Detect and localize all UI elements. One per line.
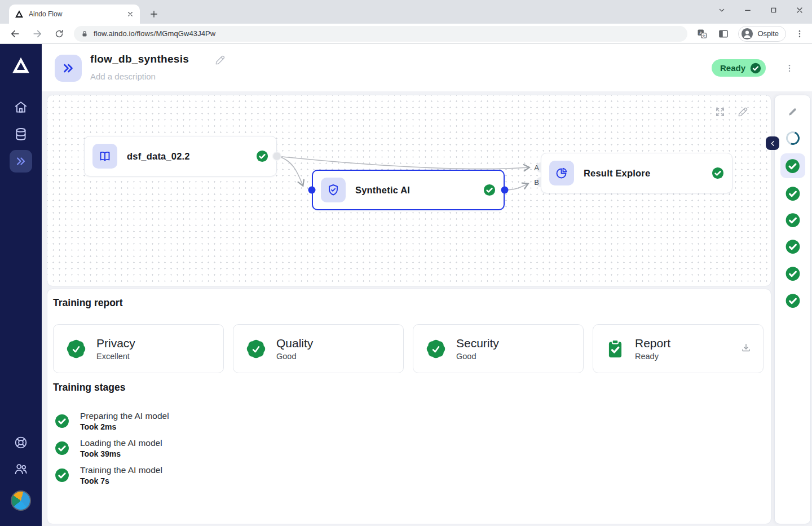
browser-window: Aindo Flow flow.aindo.io/flows/MGmqGw43J… [0, 0, 812, 526]
collapse-panel-button[interactable] [766, 136, 779, 150]
steps-rail [774, 95, 811, 524]
stage-row: Preparing the AI modelTook 2ms [55, 410, 169, 432]
stage-row: Loading the AI modelTook 39ms [55, 437, 169, 459]
side-panel-icon [718, 28, 729, 39]
window-menu-icon[interactable] [717, 6, 726, 15]
stage-label: Training the AI model [80, 465, 162, 475]
double-chevron-right-icon [61, 61, 75, 75]
rail-step-5[interactable] [785, 266, 800, 284]
input-port-b-label: B [534, 178, 539, 187]
profile-name: Ospite [757, 29, 779, 38]
flow-menu-button[interactable] [783, 61, 796, 76]
home-icon [14, 100, 28, 114]
plus-icon [149, 9, 159, 19]
back-button[interactable] [8, 27, 22, 41]
translate-button[interactable]: A文 [695, 27, 709, 41]
kebab-menu-icon [784, 63, 795, 73]
node-icon-box [321, 178, 346, 202]
flow-canvas[interactable]: dsf_data_02.2 Synthetic AI Result Explor… [47, 95, 771, 286]
status-badge: Ready [712, 59, 766, 77]
node-synthetic-ai[interactable]: Synthetic AI [312, 170, 505, 210]
window-minimize-icon[interactable] [743, 6, 752, 15]
app-logo [0, 56, 42, 75]
badge-check-icon [65, 338, 87, 360]
lifebuoy-icon [14, 435, 28, 450]
double-chevron-right-icon [15, 155, 27, 167]
report-card-report[interactable]: ReportReady [593, 324, 764, 373]
browser-menu-button[interactable] [793, 27, 806, 41]
input-port-b[interactable] [536, 177, 541, 187]
pencil-icon [214, 55, 226, 66]
tab-close-icon[interactable] [126, 10, 134, 18]
card-title: Security [456, 337, 499, 350]
side-panel-button[interactable] [717, 27, 730, 41]
forward-arrow-icon [32, 28, 43, 39]
node-dsf-data[interactable]: dsf_data_02.2 [84, 136, 277, 176]
address-bar[interactable]: flow.aindo.io/flows/MGmqGw43J4Pw [74, 26, 687, 42]
url-text: flow.aindo.io/flows/MGmqGw43J4Pw [94, 29, 215, 38]
report-card-quality[interactable]: QualityGood [233, 324, 404, 373]
training-stages-list: Preparing the AI modelTook 2ms Loading t… [55, 410, 169, 487]
node-title: dsf_data_02.2 [127, 151, 190, 162]
window-maximize-icon[interactable] [769, 6, 778, 15]
fit-view-icon[interactable] [714, 107, 726, 118]
node-result-explore[interactable]: Result Explore [541, 153, 732, 193]
download-icon [740, 342, 752, 353]
report-cards: PrivacyExcellent QualityGood SecurityGoo… [53, 324, 764, 373]
new-tab-button[interactable] [147, 7, 161, 21]
sidebar-item-home[interactable] [0, 100, 42, 114]
sidebar-item-flows-active[interactable] [10, 150, 32, 173]
window-close-icon[interactable] [795, 6, 804, 15]
report-card-security[interactable]: SecurityGood [413, 324, 584, 373]
profile-button[interactable]: Ospite [738, 26, 786, 42]
card-value: Ready [635, 352, 670, 361]
reload-button[interactable] [52, 27, 66, 41]
flow-description-placeholder[interactable]: Add a description [90, 72, 156, 81]
stage-duration: Took 2ms [80, 422, 169, 431]
stage-label: Loading the AI model [80, 438, 162, 448]
rail-progress-spinner [786, 131, 800, 145]
badge-check-icon [425, 338, 447, 360]
badge-check-icon [245, 338, 267, 360]
training-report-title: Training report [53, 297, 122, 309]
clipboard-check-icon [604, 338, 626, 360]
edit-canvas-icon[interactable] [737, 107, 748, 118]
report-card-privacy[interactable]: PrivacyExcellent [53, 324, 224, 373]
card-value: Excellent [96, 352, 135, 361]
main-content: dsf_data_02.2 Synthetic AI Result Explor… [42, 91, 812, 526]
browser-tab[interactable]: Aindo Flow [9, 5, 140, 24]
stage-duration: Took 7s [80, 476, 162, 485]
check-circle-icon [750, 63, 761, 74]
edge-synthetic-to-result-b [505, 184, 528, 190]
status-label: Ready [720, 63, 745, 73]
edit-title-button[interactable] [214, 55, 226, 68]
rail-step-2[interactable] [785, 186, 800, 204]
rail-step-4[interactable] [785, 239, 800, 257]
rail-step-6[interactable] [785, 293, 800, 311]
rail-step-3[interactable] [785, 213, 800, 230]
sidebar-item-datasets[interactable] [0, 127, 42, 142]
pie-chart-icon [555, 166, 568, 180]
rail-edit-button[interactable] [787, 106, 798, 120]
window-controls [717, 0, 804, 20]
step-check-icon [785, 186, 800, 201]
translate-icon: A文 [696, 28, 708, 39]
sidebar-item-support[interactable] [0, 435, 42, 450]
node-status-check-icon [483, 184, 496, 196]
rail-step-1-selected[interactable] [780, 153, 805, 178]
input-port-a[interactable] [536, 162, 541, 173]
flow-header: flow_db_synthesis Add a description Read… [42, 44, 812, 91]
database-icon [14, 127, 28, 142]
browser-toolbar: flow.aindo.io/flows/MGmqGw43J4Pw A文 Ospi… [0, 24, 812, 44]
input-port-a-label: A [534, 163, 539, 172]
flow-type-button[interactable] [55, 55, 82, 82]
forward-button[interactable] [30, 27, 44, 41]
stage-check-icon [55, 441, 69, 456]
kebab-menu-icon [795, 29, 805, 39]
sidebar-item-users[interactable] [0, 462, 42, 476]
profile-avatar-icon [741, 28, 753, 40]
lock-icon[interactable] [81, 30, 89, 38]
user-avatar[interactable] [11, 490, 31, 511]
stage-label: Preparing the AI model [80, 411, 169, 421]
download-report-button[interactable] [740, 342, 752, 356]
